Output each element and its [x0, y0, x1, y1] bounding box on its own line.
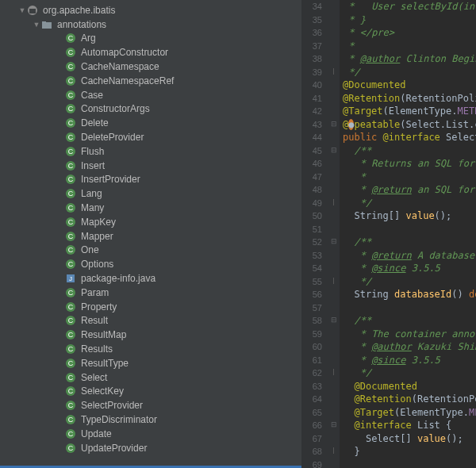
code-line[interactable]: @Retention(RetentionPolicy.	[343, 92, 476, 105]
tree-item-results[interactable]: CResults	[0, 342, 301, 356]
tree-item-label: MapKey	[81, 217, 116, 228]
tree-item-constructorargs[interactable]: CConstructorArgs	[0, 102, 301, 117]
code-line[interactable]: * @return an SQL for ret	[343, 183, 476, 197]
tree-folder-annotations[interactable]: ▼annotations	[0, 17, 301, 32]
tree-item-property[interactable]: CProperty	[0, 300, 301, 314]
code-line[interactable]: /**	[343, 144, 476, 158]
fold-mark-icon[interactable]	[333, 369, 334, 375]
tree-item-selectkey[interactable]: CSelectKey	[0, 385, 301, 399]
tree-item-many[interactable]: CMany	[0, 201, 301, 215]
tree-item-label: Result	[81, 315, 108, 326]
code-line[interactable]: */	[343, 197, 476, 210]
code-line[interactable]	[343, 301, 476, 315]
code-line[interactable]: * User selectById(int id	[343, 0, 476, 13]
code-line[interactable]: */	[343, 275, 476, 289]
line-number: 44	[305, 131, 322, 144]
class-icon: C	[65, 414, 76, 425]
line-number: 54	[305, 262, 322, 275]
line-number: 39	[305, 66, 322, 79]
code-line[interactable]: }	[343, 445, 476, 458]
fold-mark-icon[interactable]: ⊟	[330, 421, 337, 428]
svg-text:C: C	[68, 374, 74, 382]
code-editor[interactable]: 3435363738394041424344454647484950515253…	[301, 0, 476, 468]
code-area[interactable]: * User selectById(int id * } * </pre> * …	[340, 0, 476, 468]
code-line[interactable]: */	[343, 366, 476, 380]
tree-item-update[interactable]: CUpdate	[0, 427, 301, 441]
svg-text:C: C	[68, 289, 74, 297]
tree-item-cachenamespace[interactable]: CCacheNamespace	[0, 59, 301, 74]
tree-item-case[interactable]: CCase	[0, 88, 301, 102]
fold-mark-icon[interactable]: ⊟	[330, 316, 337, 324]
fold-mark-icon[interactable]: ⊟	[330, 238, 337, 245]
code-line[interactable]: * Returns an SQL for ret	[343, 157, 476, 171]
fold-mark-icon[interactable]: ⊟	[330, 147, 337, 154]
tree-item-automapconstructor[interactable]: CAutomapConstructor	[0, 45, 301, 59]
code-line[interactable]: * @author Kazuki Shimizu	[343, 340, 476, 354]
line-number: 68	[305, 445, 322, 458]
tree-item-updateprovider[interactable]: CUpdateProvider	[0, 441, 301, 455]
code-line[interactable]: * @since 3.5.5	[343, 354, 476, 367]
tree-root: ▼org.apache.ibatis▼annotationsCArgCAutom…	[0, 3, 301, 455]
code-line[interactable]: * @return A database id	[343, 249, 476, 263]
code-line[interactable]: public @interface Select {	[343, 131, 476, 144]
code-line[interactable]: * @author Clinton Begin	[343, 52, 476, 66]
tree-item-insertprovider[interactable]: CInsertProvider	[0, 173, 301, 187]
code-line[interactable]: String[] value();	[343, 209, 476, 223]
code-line[interactable]: @Target(ElementType.METHOD)	[343, 105, 476, 118]
tree-package-root[interactable]: ▼org.apache.ibatis	[0, 3, 301, 17]
code-line[interactable]: String databaseId() defaul	[343, 288, 476, 301]
tree-item-mapkey[interactable]: CMapKey	[0, 215, 301, 229]
code-line[interactable]: @Retention(RetentionPolic	[343, 393, 476, 406]
tree-item-insert[interactable]: CInsert	[0, 159, 301, 173]
tree-item-typediscriminator[interactable]: CTypeDiscriminator	[0, 412, 301, 427]
fold-mark-icon[interactable]	[333, 278, 334, 284]
code-line[interactable]: * </pre>	[343, 26, 476, 40]
project-tree[interactable]: ▼org.apache.ibatis▼annotationsCArgCAutom…	[0, 0, 301, 468]
tree-item-resultmap[interactable]: CResultMap	[0, 328, 301, 342]
code-line[interactable]: /**	[343, 314, 476, 328]
code-line[interactable]: * @since 3.5.5	[343, 262, 476, 275]
code-line[interactable]: @Target(ElementType.METHO	[343, 406, 476, 420]
tree-item-one[interactable]: COne	[0, 244, 301, 258]
tree-item-cachenamespaceref[interactable]: CCacheNamespaceRef	[0, 74, 301, 88]
code-line[interactable]: * The container annotati	[343, 328, 476, 341]
tree-item-result[interactable]: CResult	[0, 314, 301, 328]
tree-item-flush[interactable]: CFlush	[0, 144, 301, 159]
code-line[interactable]: */	[343, 66, 476, 79]
tree-item-select[interactable]: CSelect	[0, 370, 301, 385]
svg-rect-3	[42, 21, 46, 24]
code-line[interactable]	[343, 458, 476, 469]
fold-mark-icon[interactable]: ⊟	[330, 121, 337, 128]
tree-item-arg[interactable]: CArg	[0, 32, 301, 46]
tree-item-options[interactable]: COptions	[0, 257, 301, 271]
tree-item-param[interactable]: CParam	[0, 286, 301, 300]
line-number: 45	[305, 144, 322, 158]
code-line[interactable]: @●peatable(Select.List.cla	[343, 118, 476, 132]
tree-item-lang[interactable]: CLang	[0, 186, 301, 201]
fold-mark-icon[interactable]	[333, 199, 334, 205]
code-line[interactable]: @interface List {	[343, 419, 476, 432]
tree-item-label: Many	[81, 202, 104, 213]
tree-item-selectprovider[interactable]: CSelectProvider	[0, 398, 301, 412]
tree-item-package-info-java[interactable]: Jpackage-info.java	[0, 271, 301, 286]
code-line[interactable]: @Documented	[343, 380, 476, 393]
line-number: 40	[305, 79, 322, 92]
code-line[interactable]: * }	[343, 13, 476, 27]
code-line[interactable]: Select[] value();	[343, 432, 476, 446]
code-line[interactable]	[343, 223, 476, 236]
code-line[interactable]: @Documented	[343, 79, 476, 92]
svg-text:C: C	[68, 77, 74, 85]
code-line[interactable]: *	[343, 40, 476, 53]
expand-arrow-icon: ▼	[32, 21, 41, 29]
svg-text:J: J	[69, 275, 72, 282]
code-line[interactable]: *	[343, 171, 476, 184]
tree-item-deleteprovider[interactable]: CDeleteProvider	[0, 130, 301, 144]
tree-item-mapper[interactable]: CMapper	[0, 229, 301, 244]
fold-mark-icon[interactable]	[333, 68, 334, 75]
code-line[interactable]: /**	[343, 236, 476, 249]
tree-item-resulttype[interactable]: CResultType	[0, 356, 301, 370]
class-icon: C	[65, 244, 76, 255]
fold-mark-icon[interactable]	[333, 447, 334, 454]
tree-item-delete[interactable]: CDelete	[0, 116, 301, 130]
fold-gutter[interactable]: ⊟⊟⊟⊟⊟	[328, 0, 340, 468]
